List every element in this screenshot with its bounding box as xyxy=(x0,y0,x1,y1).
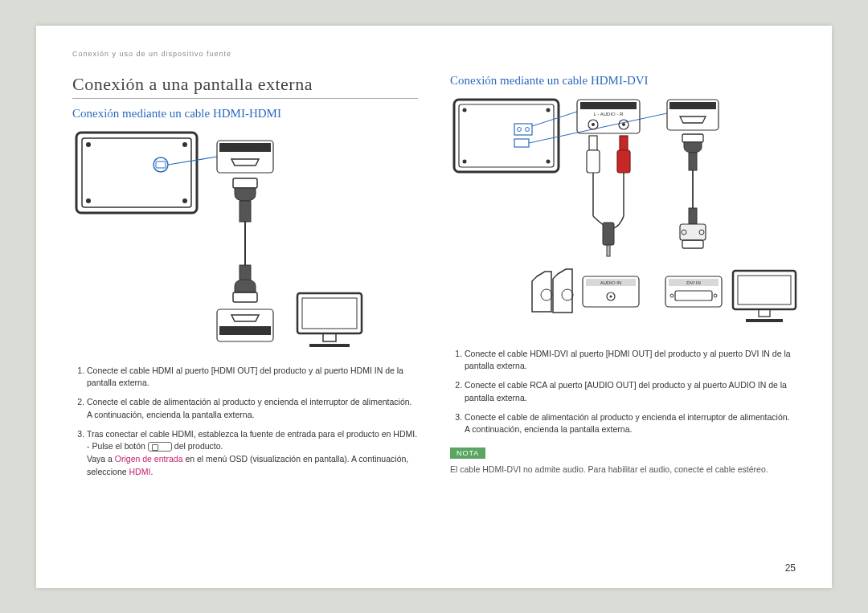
svg-rect-16 xyxy=(217,309,273,341)
svg-point-3 xyxy=(182,142,187,147)
svg-rect-32 xyxy=(514,139,529,147)
label-audio-lr: L - AUDIO - R xyxy=(594,112,624,116)
label-hdmi-in: HDMI IN xyxy=(236,329,255,333)
svg-point-5 xyxy=(182,198,187,203)
svg-rect-71 xyxy=(738,276,791,304)
svg-rect-12 xyxy=(240,201,251,222)
note-text: El cable HDMI-DVI no admite audio. Para … xyxy=(450,464,796,476)
link-origen-entrada: Origen de entrada xyxy=(115,454,183,464)
label-audio-in: AUDIO IN xyxy=(600,280,622,285)
svg-point-30 xyxy=(526,127,530,131)
right-column: Conexión mediante un cable HDMI-DVI AUDI… xyxy=(450,74,796,485)
svg-point-26 xyxy=(463,159,467,163)
svg-point-27 xyxy=(547,159,551,163)
svg-rect-0 xyxy=(76,133,197,213)
note-badge: NOTA xyxy=(450,447,485,459)
speakers-icon xyxy=(532,269,573,313)
svg-point-69 xyxy=(562,289,573,300)
svg-rect-58 xyxy=(682,240,703,248)
link-hdmi: HDMI xyxy=(129,467,151,476)
section-title-hdmi-hdmi: Conexión mediante un cable HDMI-HDMI xyxy=(72,107,418,121)
svg-point-24 xyxy=(463,108,467,112)
svg-rect-7 xyxy=(156,161,166,168)
svg-rect-54 xyxy=(689,208,697,224)
step-1: Conecte el cable HDMI-DVI al puerto [HDM… xyxy=(465,348,796,374)
page-number: 25 xyxy=(785,562,796,574)
manual-page: Conexión y uso de un dispositivo fuente … xyxy=(36,26,832,588)
svg-rect-65 xyxy=(675,291,712,300)
svg-point-2 xyxy=(86,142,91,147)
svg-rect-18 xyxy=(297,293,362,333)
svg-rect-20 xyxy=(323,333,336,341)
label-audio-out: AUDIO OUT xyxy=(595,104,622,108)
svg-point-4 xyxy=(86,198,91,203)
label-hdmi-out: HDMI OUT xyxy=(233,145,257,150)
svg-rect-52 xyxy=(689,153,697,170)
svg-rect-55 xyxy=(680,224,706,240)
diagram-hdmi-hdmi: HDMI OUT HDMI IN xyxy=(72,129,378,353)
svg-point-25 xyxy=(547,108,551,112)
svg-rect-19 xyxy=(302,298,357,329)
svg-rect-72 xyxy=(759,309,770,317)
step-3: Conecte el cable de alimentación al prod… xyxy=(465,411,796,437)
steps-hdmi-hdmi: Conecte el cable HDMI al puerto [HDMI OU… xyxy=(72,365,418,479)
breadcrumb: Conexión y uso de un dispositivo fuente xyxy=(72,50,796,58)
step-3: Tras conectar el cable HDMI, establezca … xyxy=(87,428,418,479)
svg-rect-40 xyxy=(589,136,597,150)
source-button-icon xyxy=(148,442,172,452)
page-title: Conexión a una pantalla externa xyxy=(72,74,418,99)
section-title-hdmi-dvi: Conexión mediante un cable HDMI-DVI xyxy=(450,74,796,88)
svg-rect-51 xyxy=(682,134,703,142)
svg-line-31 xyxy=(532,112,577,126)
diagram-hdmi-dvi: AUDIO OUT L - AUDIO - R HDMI O xyxy=(450,96,804,337)
svg-point-67 xyxy=(714,294,717,297)
svg-point-66 xyxy=(670,294,674,297)
svg-point-29 xyxy=(518,127,522,131)
svg-point-68 xyxy=(541,289,552,300)
svg-rect-44 xyxy=(617,150,630,173)
svg-point-37 xyxy=(592,123,595,126)
svg-rect-1 xyxy=(82,138,191,207)
svg-rect-41 xyxy=(587,150,600,173)
label-dvi-in: DVI IN xyxy=(686,280,701,285)
svg-rect-23 xyxy=(459,104,554,167)
svg-rect-70 xyxy=(733,271,796,309)
svg-rect-48 xyxy=(607,245,610,256)
step-2: Conecte el cable RCA al puerto [AUDIO OU… xyxy=(465,379,796,405)
steps-hdmi-dvi: Conecte el cable HDMI-DVI al puerto [HDM… xyxy=(450,348,796,437)
svg-rect-22 xyxy=(454,100,559,172)
svg-point-62 xyxy=(610,295,612,297)
two-column-layout: Conexión a una pantalla externa Conexión… xyxy=(72,74,796,485)
label-hdmi-out-r: HDMI OUT xyxy=(681,104,705,108)
svg-point-39 xyxy=(622,123,625,126)
left-column: Conexión a una pantalla externa Conexión… xyxy=(72,74,418,485)
svg-rect-11 xyxy=(233,178,257,188)
svg-rect-47 xyxy=(603,223,614,245)
svg-rect-15 xyxy=(233,292,257,302)
svg-line-33 xyxy=(529,113,667,143)
step-1: Conecte el cable HDMI al puerto [HDMI OU… xyxy=(87,365,418,390)
svg-line-8 xyxy=(168,157,217,165)
step-2: Conecte el cable de alimentación al prod… xyxy=(87,396,418,422)
svg-rect-43 xyxy=(620,136,628,150)
